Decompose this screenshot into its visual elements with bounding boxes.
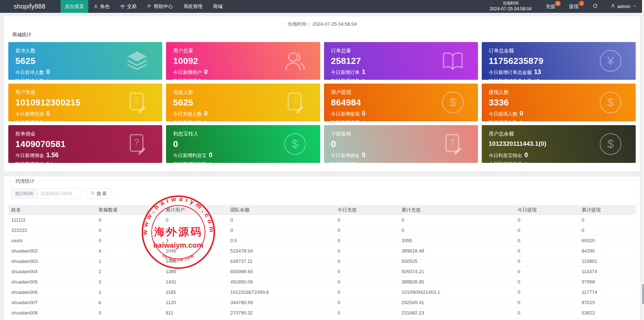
nav-item-home[interactable]: 后台首页 — [61, 0, 88, 13]
table-cell: 0 — [335, 287, 398, 298]
card-yesterday-label: 昨日新增佣金 — [331, 161, 360, 163]
table-cell: 2 — [96, 267, 163, 277]
table-cell: 491850.06 — [227, 277, 334, 287]
scrollbar-thumb[interactable] — [642, 284, 644, 304]
card-yesterday-line: 昨日新增提现0 — [331, 119, 478, 121]
column-header: 累计用户 — [163, 205, 227, 215]
column-header: 团队余额 — [227, 205, 334, 215]
search-label: 统计时间 — [11, 188, 37, 199]
stat-card-1: 首冲人数5625今日首冲人数0昨日首冲人数1 — [8, 42, 162, 80]
nav-item-label: 帮助中心 — [154, 3, 173, 10]
brand-logo[interactable]: shopify888 — [0, 0, 61, 13]
table-cell: shuadan008 — [8, 308, 96, 318]
table-cell: 114374 — [579, 267, 636, 277]
table-cell: 0 — [335, 298, 398, 308]
table-cell: 0.5 — [227, 236, 334, 246]
card-yesterday-value: 1 — [204, 78, 207, 80]
column-header: 累计提现 — [579, 205, 636, 215]
column-header: 姓名 — [8, 205, 96, 215]
card-yesterday-label: 昨日新增提现 — [331, 119, 360, 121]
table-cell: 1012316672499.6 — [227, 287, 334, 298]
table-cell: 628737.11 — [227, 256, 334, 267]
card-today-label: 今日提现人数 — [489, 111, 517, 117]
card-today-value: 1.56 — [46, 151, 59, 159]
nav-item-mall[interactable]: 商城 — [209, 0, 227, 13]
card-yesterday-label: 昨日新增用户 — [173, 78, 202, 80]
nav-item-label: 系统管理 — [183, 3, 203, 10]
agent-stats-panel: 代理统计 统计时间 搜索 姓名客服数量累计用户团队余额今日充值累计充值今日提现累… — [4, 176, 640, 320]
withdraw-button[interactable]: 提现 1 — [562, 0, 586, 13]
table-cell: shuadan004 — [8, 267, 96, 277]
stat-card-7: 用户提现864984今日新增提现0昨日新增提现0$ — [324, 84, 478, 121]
table-cell: 0 — [163, 215, 227, 225]
local-time-display: 当地时间 2024-07-25 04:58:04 — [482, 0, 539, 13]
table-cell: 0 — [515, 277, 579, 287]
table-row: shuadan0080811270790.320231682.23053822 — [8, 308, 636, 318]
card-yesterday-label: 昨日提现人数 — [489, 119, 517, 121]
search-icon — [90, 191, 95, 197]
table-cell: 3 — [163, 236, 227, 246]
recharge-button[interactable]: 充值 11 — [539, 0, 562, 13]
card-today-label: 今日新增佣金 — [15, 152, 44, 159]
table-row: shuadan00241045515478.540389618.48084395 — [8, 246, 636, 256]
table-cell: 509374.21 — [398, 267, 514, 277]
navbar: shopify888 后台首页角色交易帮助中心系统管理商城 当地时间 2024-… — [0, 0, 644, 13]
navbar-menu: 后台首页角色交易帮助中心系统管理商城 — [61, 0, 228, 13]
nav-item-label: 后台首页 — [65, 3, 84, 10]
mall-stats-legend: 商城统计 — [8, 30, 636, 42]
search-row: 统计时间 搜索 — [11, 188, 636, 199]
recharge-badge: 11 — [555, 1, 561, 6]
nav-item-trade[interactable]: 交易 — [116, 0, 141, 13]
table-cell: 0 — [515, 318, 579, 320]
agent-table-header-row: 姓名客服数量累计用户团队余额今日充值累计充值今日提现累计提现 — [8, 205, 636, 215]
stat-time-input[interactable] — [37, 188, 82, 199]
refresh-icon — [592, 3, 598, 10]
table-cell: 0 — [398, 225, 514, 236]
card-today-label: 今日利息宝转出 — [489, 152, 522, 159]
card-today-label: 今日新增用户 — [173, 69, 202, 76]
table-cell: 0 — [96, 236, 163, 246]
nav-item-label: 商城 — [213, 3, 223, 10]
table-cell: 0 — [515, 308, 579, 318]
search-button[interactable]: 搜索 — [86, 188, 112, 199]
content-time: 当地时间： 2024-07-25 04:58:04 — [8, 19, 636, 30]
agent-table-body: 11111100000002222220000000ceshi030.50339… — [8, 215, 636, 320]
nav-item-help[interactable]: 帮助中心 — [143, 0, 177, 13]
card-yesterday-value: 5.4 — [46, 161, 53, 163]
table-cell: 1120 — [163, 298, 227, 308]
table-cell: 3 — [96, 277, 163, 287]
stat-card-3: 订单总量258127今日新增订单1昨日新增订单2 — [324, 42, 478, 80]
stat-card-6: 充值人数5625今日充值人数0昨日充值人数2? — [166, 84, 320, 121]
table-cell: 388828.85 — [398, 277, 514, 287]
nav-item-system[interactable]: 系统管理 — [179, 0, 207, 13]
table-cell: 0 — [515, 256, 579, 267]
refresh-button[interactable] — [586, 0, 605, 13]
table-cell: 0 — [96, 308, 163, 318]
local-time-value: 2024-07-25 04:58:04 — [490, 6, 532, 12]
nav-item-roles[interactable]: 角色 — [90, 0, 114, 13]
table-cell: 69320 — [579, 236, 636, 246]
user-icon — [94, 4, 98, 9]
dollar-icon: $ — [283, 132, 307, 156]
card-today-value: 1 — [362, 68, 366, 76]
table-row: shuadan00421385655988.650509374.21011437… — [8, 267, 636, 277]
card-today-label: 今日新增订单 — [331, 69, 360, 76]
card-today-value: 0 — [362, 109, 366, 118]
layers-icon — [125, 49, 149, 73]
table-cell: shuadan005 — [8, 277, 96, 287]
table-cell: 1 — [96, 287, 163, 298]
card-yesterday-value: 45 — [534, 78, 539, 80]
table-cell: 305516.5 — [398, 318, 514, 320]
scrollbar-track[interactable] — [642, 0, 644, 320]
withdraw-badge: 1 — [579, 1, 584, 6]
scales-icon — [120, 4, 125, 9]
card-yesterday-value: 110000 — [46, 119, 62, 121]
table-cell: 0 — [515, 287, 579, 298]
user-menu[interactable]: admin — [605, 0, 644, 13]
table-cell: shuadan007 — [8, 298, 96, 308]
table-cell: 222222 — [8, 225, 96, 236]
card-yesterday-line: 昨日充值人数2 — [173, 119, 320, 121]
column-header: 今日提现 — [515, 205, 579, 215]
card-yesterday-label: 昨日新增充值 — [15, 119, 44, 121]
main-content: 当地时间： 2024-07-25 04:58:04 商城统计 首冲人数5625今… — [0, 13, 644, 320]
